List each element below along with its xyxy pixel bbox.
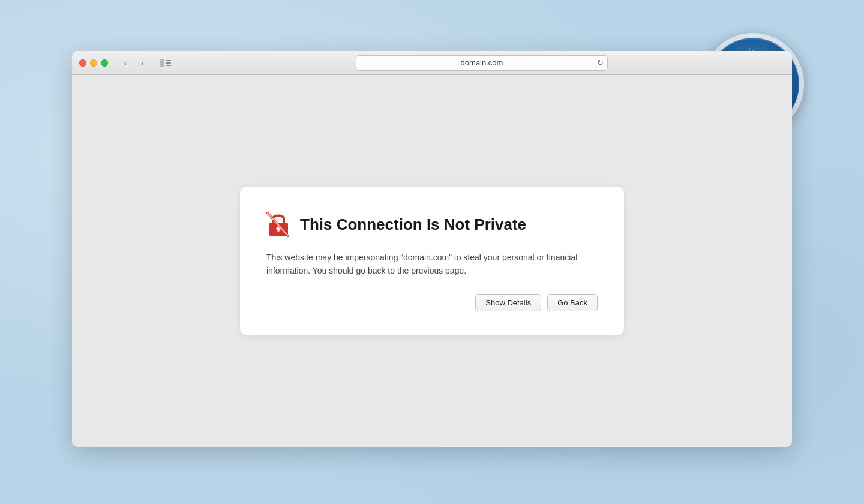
sidebar-toggle-button[interactable] <box>157 57 174 69</box>
svg-rect-20 <box>166 62 171 64</box>
show-details-button[interactable]: Show Details <box>475 294 541 311</box>
svg-rect-24 <box>278 229 280 232</box>
maximize-button[interactable] <box>101 59 108 67</box>
lock-slash-icon-wrapper <box>266 211 290 239</box>
address-bar-wrapper: domain.com ↻ <box>179 55 785 71</box>
close-button[interactable] <box>79 59 86 67</box>
forward-button[interactable]: › <box>134 57 150 69</box>
back-button[interactable]: ‹ <box>118 57 133 69</box>
nav-buttons: ‹ › <box>118 57 150 69</box>
error-header: This Connection Is Not Private <box>266 211 598 239</box>
error-title: This Connection Is Not Private <box>300 215 526 234</box>
sidebar-icon <box>160 59 171 67</box>
browser-window: ‹ › domain.com ↻ <box>72 51 792 447</box>
svg-rect-21 <box>166 65 171 66</box>
browser-content: This Connection Is Not Private This webs… <box>72 75 792 447</box>
url-text: domain.com <box>461 58 503 67</box>
error-actions: Show Details Go Back <box>266 294 598 311</box>
svg-rect-18 <box>160 59 164 67</box>
address-bar[interactable]: domain.com ↻ <box>356 55 608 71</box>
error-description: This website may be impersonating “domai… <box>266 251 598 277</box>
svg-rect-19 <box>166 60 171 61</box>
minimize-button[interactable] <box>90 59 97 67</box>
lock-slash-icon <box>266 211 290 237</box>
traffic-lights <box>79 59 108 67</box>
error-card: This Connection Is Not Private This webs… <box>240 187 624 335</box>
refresh-button[interactable]: ↻ <box>597 58 604 67</box>
go-back-button[interactable]: Go Back <box>547 294 598 311</box>
title-bar: ‹ › domain.com ↻ <box>72 51 792 75</box>
